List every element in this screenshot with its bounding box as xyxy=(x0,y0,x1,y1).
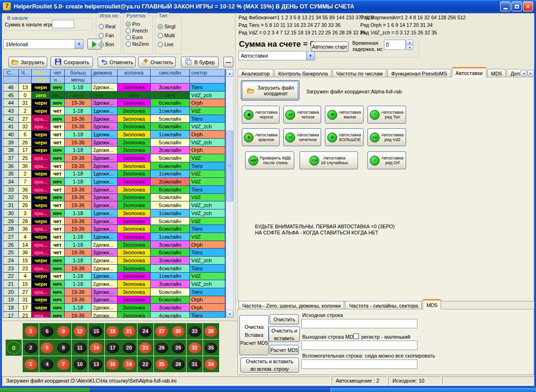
table-row[interactable]: 432чернчет1-181дюжи...2колонка1сиклайнVd… xyxy=(3,107,225,115)
source-string-input[interactable] xyxy=(301,319,417,328)
board-cell-3[interactable]: 3 xyxy=(23,323,39,339)
autospin-start-button[interactable]: Автоспин старт xyxy=(311,42,349,52)
toolbar-save-button[interactable]: Сохранить xyxy=(51,57,93,67)
table-row[interactable]: 347кра...неч1-181дюжи...1колонка2сиклайн… xyxy=(3,178,225,186)
table-row[interactable]: 3229черннеч19-363дюжи...2колонка5сиклайн… xyxy=(3,194,225,202)
board-cell-23[interactable]: 23 xyxy=(137,340,153,356)
table-row[interactable]: 2536кра...чет19-363дюжи...3колонка6сикла… xyxy=(3,249,225,257)
radio-option-nozero[interactable]: NoZero xyxy=(126,41,153,47)
autobet-small-button[interactable]: MАвтоставкамалое xyxy=(325,106,364,124)
autobet-even-button[interactable]: 2/2Автоставкачетное xyxy=(283,106,321,124)
register-checkbox[interactable] xyxy=(353,334,359,339)
board-cell-zero[interactable]: 0 xyxy=(6,340,22,356)
board-cell-9[interactable]: 9 xyxy=(55,323,71,339)
table-row[interactable]: 3725кра...неч19-363дюжи...1колонка5сикла… xyxy=(3,154,225,162)
output-string-input[interactable] xyxy=(301,341,417,350)
table-row[interactable]: 1817черннеч1-182дюжи...2колонка3сиклайнO… xyxy=(3,304,225,312)
board-cell-18[interactable]: 18 xyxy=(105,323,121,339)
board-cell-15[interactable]: 15 xyxy=(88,323,104,339)
start-button-fragment[interactable] xyxy=(0,388,90,392)
board-cell-34[interactable]: 34 xyxy=(203,356,219,372)
table-row[interactable]: 352чернчет1-181дюжи...2колонка1сиклайнVd… xyxy=(3,170,225,178)
table-row[interactable]: 303кра...неч1-181дюжи...3колонка1сиклайн… xyxy=(3,209,225,217)
table-row[interactable]: 2027кра...неч19-363дюжи...3колонка5сикла… xyxy=(3,288,225,296)
minimize-button[interactable] xyxy=(500,1,510,11)
toolbar-open-folder-button[interactable]: Загрузить xyxy=(9,57,47,67)
board-cell-5[interactable]: 5 xyxy=(39,340,55,356)
board-cell-31[interactable]: 31 xyxy=(187,356,203,372)
radio-option-live[interactable]: Live xyxy=(158,42,181,47)
helper-string-input[interactable] xyxy=(301,359,417,369)
autobet-row-vdz-button[interactable]: VdzАвтоставкаряд VdZ xyxy=(367,128,406,146)
board-cell-32[interactable]: 32 xyxy=(187,340,203,356)
board-cell-1[interactable]: 1 xyxy=(23,356,39,372)
table-row[interactable]: 224чернчет1-181дюжи...1колонка1сиклайнVd… xyxy=(3,273,225,281)
board-cell-29[interactable]: 29 xyxy=(170,340,186,356)
tab-main-1[interactable]: Контроль банкролла xyxy=(274,69,332,77)
board-cell-4[interactable]: 4 xyxy=(39,356,55,372)
table-row[interactable]: 2614кра...чет1-182дюжи...2колонка3сиклай… xyxy=(3,241,225,249)
autobet-random-18-button[interactable]: ГСЧАвтоставка18 случайных xyxy=(299,151,358,169)
board-cell-20[interactable]: 20 xyxy=(121,340,137,356)
board-cell-27[interactable]: 27 xyxy=(154,323,170,339)
radio-option-multi[interactable]: Multi xyxy=(158,33,181,38)
table-row[interactable]: 4132кра...чет19-363дюжи...2колонка6сикла… xyxy=(3,123,225,131)
radio-option-fan[interactable]: Fan xyxy=(99,33,120,38)
board-cell-13[interactable]: 13 xyxy=(88,356,104,372)
table-row[interactable]: 4227кра...неч19-363дюжи...3колонка5сикла… xyxy=(3,115,225,123)
board-cell-25[interactable]: 25 xyxy=(154,356,170,372)
table-row[interactable]: 1931черннеч19-363дюжи...1колонка6сиклайн… xyxy=(3,296,225,304)
tab-bottom-2[interactable]: MD5 xyxy=(423,299,441,309)
toolbar-clean-button[interactable]: Очистить xyxy=(138,57,176,67)
table-row[interactable]: 4431черннеч19-363дюжи...1колонка6сиклайн… xyxy=(3,99,225,107)
chevron-down-icon[interactable]: ▼ xyxy=(75,40,83,49)
board-cell-17[interactable]: 17 xyxy=(105,340,121,356)
spinner-down-icon[interactable]: ▼ xyxy=(406,45,413,50)
taskbar-fragment[interactable] xyxy=(90,388,331,392)
load-coordinates-button[interactable]: Загрузить файл координат xyxy=(241,80,299,100)
board-cell-14[interactable]: 14 xyxy=(88,340,104,356)
autobet-odd-button[interactable]: 1/1Автоставканечетное xyxy=(283,128,321,146)
tab-main-6[interactable]: Делени xyxy=(507,69,520,77)
clear-paste-calc-button[interactable]: Очистка Вставка Расчет MD5 xyxy=(239,315,269,355)
board-cell-28[interactable]: 28 xyxy=(170,356,186,372)
board-cell-2[interactable]: 2 xyxy=(23,340,39,356)
start-sum-input[interactable] xyxy=(52,20,74,28)
tabs-scroll-right-icon[interactable]: ► xyxy=(527,70,534,76)
toolbar-undo-button[interactable]: Отменить xyxy=(98,57,136,67)
table-row[interactable]: 4613черннеч1-182дюжи...1колонка3сиклайнT… xyxy=(3,83,225,92)
tab-main-2[interactable]: Частоты по числам xyxy=(332,69,386,77)
clear-paste-helper-button[interactable]: Очистить и вставить во вспом. строку xyxy=(240,358,299,373)
table-row[interactable]: 450zeroze...zerozerozerozeroVdZ_zch xyxy=(3,92,225,100)
table-row[interactable]: 2836кра...чет19-363дюжи...3колонка6сикла… xyxy=(3,225,225,233)
autobet-big-button[interactable]: БАвтоставкаБОЛЬШОЕ xyxy=(325,128,364,146)
board-cell-16[interactable]: 16 xyxy=(105,356,121,372)
tabs-scroll-left-icon[interactable]: ◄ xyxy=(520,70,527,76)
board-cell-33[interactable]: 33 xyxy=(187,323,203,339)
table-row[interactable]: 2415черннеч1-182дюжи...3колонка3сиклайнV… xyxy=(3,257,225,265)
autobet-black-button[interactable]: ■Автоставкачерное xyxy=(242,106,280,124)
scrollbar-thumb[interactable] xyxy=(226,131,233,201)
table-row[interactable]: 2928чернчет19-363дюжи...1колонка5сиклайн… xyxy=(3,217,225,225)
board-cell-24[interactable]: 24 xyxy=(137,323,153,339)
autobet-red-button[interactable]: ■Автоставкакрасное xyxy=(242,128,280,146)
mode-combo[interactable]: Автоставки ▼ xyxy=(238,51,315,60)
table-row[interactable]: 3336кра...чет19-363дюжи...3колонка6сикла… xyxy=(3,186,225,194)
board-cell-6[interactable]: 6 xyxy=(39,323,55,339)
clear-button[interactable]: Очистить xyxy=(270,314,299,325)
spinner-up-icon[interactable]: ▲ xyxy=(406,40,413,45)
scroll-up-icon[interactable]: ▲ xyxy=(226,69,233,77)
radio-option-euro[interactable]: Euro xyxy=(126,34,153,40)
table-row[interactable]: 2323кра...неч19-362дюжи...2колонка4сикла… xyxy=(3,265,225,273)
table-row[interactable]: 3636кра...чет19-363дюжи...3колонка6сикла… xyxy=(3,162,225,170)
board-cell-8[interactable]: 8 xyxy=(55,340,71,356)
collapse-button[interactable]: — xyxy=(223,57,233,67)
preset-combo[interactable]: 1Melonati ▼ xyxy=(3,39,84,49)
tab-bottom-0[interactable]: Частота - Zero, шансы, дюжины, колонки xyxy=(238,301,344,309)
tab-main-3[interactable]: Функционал PsevdoMS xyxy=(387,69,451,77)
board-cell-22[interactable]: 22 xyxy=(137,356,153,372)
calc-md5-button[interactable]: Расчет MD5 xyxy=(270,345,299,355)
tab-main-4[interactable]: Автоставки xyxy=(452,67,486,77)
board-cell-35[interactable]: 35 xyxy=(203,340,219,356)
table-row[interactable]: 3817черннеч1-182дюжи...2колонка3сиклайнO… xyxy=(3,147,225,155)
